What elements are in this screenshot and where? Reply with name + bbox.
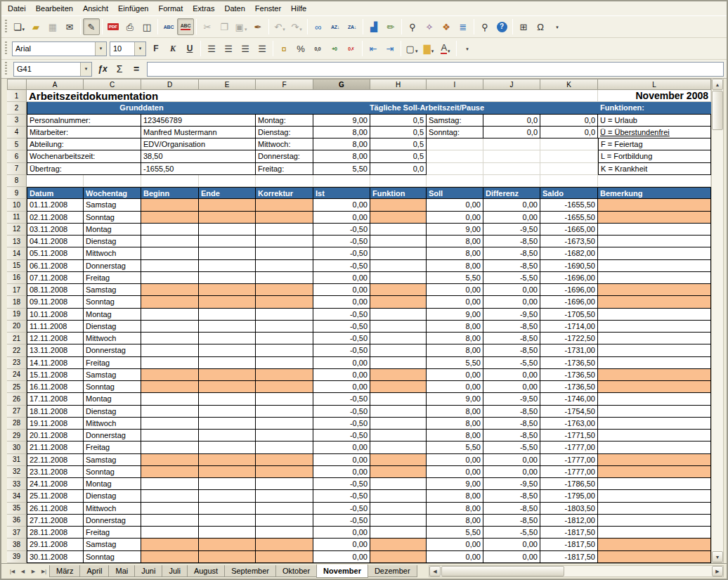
cell-C16[interactable]: Freitag [84, 272, 141, 284]
cell-A28[interactable]: 19.11.2008 [27, 418, 84, 430]
cell-K21[interactable]: -1722,50 [540, 333, 598, 344]
cell-H30[interactable] [370, 442, 427, 453]
cell-L17[interactable] [598, 284, 711, 296]
column-header-H[interactable]: H [370, 79, 427, 90]
cell-L3[interactable]: U = Urlaub [598, 115, 711, 127]
first-sheet-button[interactable]: |◀ [7, 566, 18, 577]
cell-K24[interactable]: -1736,50 [540, 369, 598, 381]
cell-E12[interactable] [199, 224, 256, 236]
cell-D21[interactable] [141, 333, 199, 344]
cell-L12[interactable] [598, 224, 711, 236]
cell-G25[interactable]: 0,00 [313, 381, 370, 393]
cell-K22[interactable]: -1731,00 [540, 344, 598, 356]
cell-D29[interactable] [141, 430, 199, 442]
cell-G19[interactable]: -0,50 [313, 309, 370, 321]
cell-J32[interactable]: 0,00 [483, 466, 540, 478]
cell-D3[interactable]: 123456789 [141, 115, 256, 127]
align-justify-icon[interactable]: ☰ [254, 40, 271, 57]
save-icon[interactable]: ▦ [44, 18, 61, 35]
cell-J39[interactable]: 0,00 [483, 551, 540, 563]
number-format-currency-icon[interactable]: ¤ [275, 40, 292, 57]
cell-G28[interactable]: -0,50 [313, 418, 370, 430]
cell-F30[interactable] [256, 442, 313, 453]
cell-H4[interactable]: 0,5 [370, 127, 427, 138]
cell-E37[interactable] [199, 527, 256, 539]
cell-D23[interactable] [141, 357, 199, 369]
cell-C14[interactable]: Mittwoch [84, 247, 141, 259]
cell-I6[interactable] [427, 150, 483, 162]
copy-icon[interactable]: ❐ [216, 18, 233, 35]
cell-L28[interactable] [598, 418, 711, 430]
new-document-icon-dropdown[interactable]: ▾ [22, 27, 25, 34]
cell-C22[interactable]: Donnerstag [84, 344, 141, 356]
cell-A14[interactable]: 05.11.2008 [27, 247, 84, 259]
cell-G30[interactable]: 0,00 [313, 442, 370, 453]
cell-F39[interactable] [256, 551, 313, 563]
cell-D32[interactable] [141, 466, 199, 478]
cell-J10[interactable]: 0,00 [483, 199, 540, 211]
row-header-7[interactable]: 7 [7, 163, 27, 175]
cell-A19[interactable]: 10.11.2008 [27, 309, 84, 321]
cell-I30[interactable]: 5,50 [427, 442, 483, 453]
undo-icon[interactable]: ↶▾ [271, 18, 288, 35]
cell-E15[interactable] [199, 260, 256, 272]
cell-A4[interactable]: Mitarbeiter: [27, 127, 141, 138]
cell-F38[interactable] [256, 539, 313, 550]
toolbar-drag-handle[interactable] [5, 62, 7, 76]
cell-I23[interactable]: 5,50 [427, 357, 483, 369]
cell-F10[interactable] [256, 199, 313, 211]
cell-A31[interactable]: 22.11.2008 [27, 454, 84, 466]
toolbar-drag-handle[interactable] [5, 41, 7, 56]
cell-I37[interactable]: 5,50 [427, 527, 483, 539]
cell-K6[interactable] [540, 150, 598, 162]
cell-K16[interactable]: -1696,00 [540, 272, 598, 284]
cell-E20[interactable] [199, 321, 256, 333]
sheet-tab-april[interactable]: April [79, 565, 109, 577]
cell-H32[interactable] [370, 466, 427, 478]
cell-J34[interactable]: -8,50 [483, 490, 540, 502]
row-header-15[interactable]: 15 [7, 260, 27, 272]
cell-A26[interactable]: 17.11.2008 [27, 393, 84, 405]
cell-K18[interactable]: -1696,00 [540, 296, 598, 308]
cell-H37[interactable] [370, 527, 427, 539]
cell-D10[interactable] [141, 199, 199, 211]
cell-H39[interactable] [370, 551, 427, 563]
cell-G5[interactable]: 8,00 [313, 138, 370, 150]
cell-G37[interactable]: 0,00 [313, 527, 370, 539]
row-header-28[interactable]: 28 [7, 418, 27, 430]
vertical-scroll-track[interactable] [712, 131, 723, 551]
cell-L20[interactable] [598, 321, 711, 333]
cell-H5[interactable]: 0,5 [370, 138, 427, 150]
cell-I8[interactable] [427, 175, 483, 187]
cell-L35[interactable] [598, 503, 711, 515]
background-color-icon[interactable]: ▇▾ [420, 40, 437, 57]
cell-F29[interactable] [256, 430, 313, 442]
cell-L27[interactable] [598, 406, 711, 418]
cell-I28[interactable]: 8,00 [427, 418, 483, 430]
cell-A25[interactable]: 16.11.2008 [27, 381, 84, 393]
column-header-C[interactable]: C [84, 79, 141, 90]
underline-icon[interactable]: U [181, 40, 198, 57]
cell-D15[interactable] [141, 260, 199, 272]
sort-ascending-icon[interactable]: AZ↓ [327, 18, 344, 35]
cell-L32[interactable] [598, 466, 711, 478]
font-size-value[interactable]: 10 [110, 42, 134, 56]
number-format-percent-icon[interactable]: % [292, 40, 309, 57]
cell-J5[interactable] [483, 138, 540, 150]
page-preview-icon[interactable]: ◫ [138, 18, 155, 35]
menu-hilfe[interactable]: Hilfe [286, 1, 311, 15]
cell-J13[interactable]: -8,50 [483, 236, 540, 247]
row-header-27[interactable]: 27 [7, 406, 27, 418]
cell-A6[interactable]: Wochenarbeitszeit: [27, 150, 141, 162]
cell-I10[interactable]: 0,00 [427, 199, 483, 211]
cell-I35[interactable]: 8,00 [427, 503, 483, 515]
cell-D22[interactable] [141, 344, 199, 356]
navigator-icon[interactable]: ✧ [421, 18, 438, 35]
format-paintbrush-icon[interactable]: ✒ [249, 18, 266, 35]
vertical-scrollbar[interactable]: ▲ ▼ [711, 79, 724, 563]
cell-A1[interactable]: Arbeitszeitdokumentation [27, 90, 598, 102]
cell-K34[interactable]: -1795,00 [540, 490, 598, 502]
cell-E17[interactable] [199, 284, 256, 296]
row-header-37[interactable]: 37 [7, 527, 27, 539]
horizontal-scroll-thumb[interactable] [441, 566, 564, 576]
